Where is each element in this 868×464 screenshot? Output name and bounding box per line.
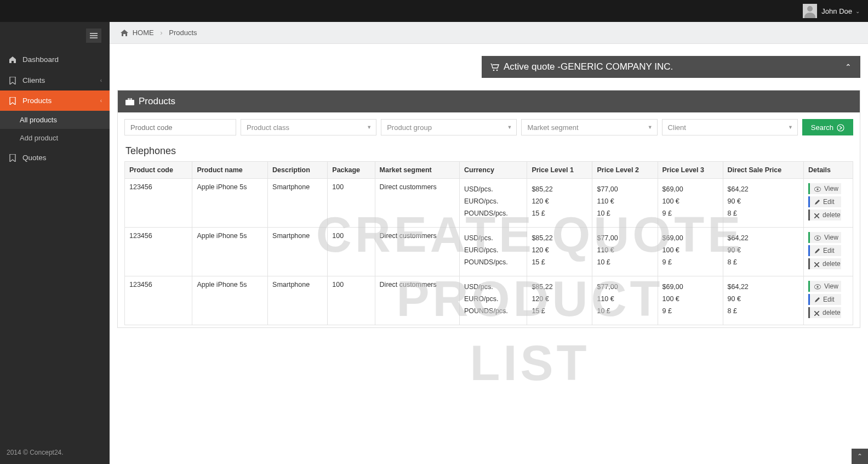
- arrow-right-circle-icon: [837, 123, 844, 132]
- sidebar-subitem-label: Add product: [20, 134, 58, 142]
- delete-button[interactable]: delete: [808, 307, 841, 318]
- product-class-select[interactable]: Product class ▼: [241, 119, 376, 135]
- cell-package: 100: [328, 276, 375, 325]
- product-code-input[interactable]: [124, 119, 236, 135]
- cell-currency: USD/pcs.EURO/pcs.POUNDS/pcs.: [459, 276, 527, 325]
- dashboard-icon: [8, 55, 17, 64]
- view-button[interactable]: View: [808, 281, 841, 292]
- cell-pl2: $77,00110 €10 £: [592, 228, 658, 276]
- active-quote-prefix: Active quote -: [504, 61, 561, 72]
- edit-button[interactable]: Edit: [808, 196, 841, 207]
- cell-actions: ViewEditdelete: [804, 228, 853, 276]
- market-segment-select[interactable]: Market segment ▼: [521, 119, 657, 135]
- bookmark-icon: [8, 153, 17, 161]
- button-label: delete: [823, 260, 841, 268]
- cell-desc: Smartphone: [268, 276, 328, 325]
- select-placeholder: Market segment: [527, 123, 578, 132]
- col-pl2: Price Level 2: [592, 162, 658, 179]
- svg-point-13: [816, 286, 818, 288]
- col-currency: Currency: [459, 162, 527, 179]
- col-dsp: Direct Sale Price: [723, 162, 803, 179]
- eye-icon: [814, 283, 821, 290]
- home-icon: [121, 29, 130, 37]
- panel-body: Product class ▼ Product group ▼ Market s…: [118, 112, 860, 327]
- pencil-icon: [814, 199, 820, 205]
- cell-pl1: $85,22120 €15 £: [527, 276, 592, 325]
- svg-rect-6: [128, 98, 132, 100]
- sidebar-item-clients[interactable]: Clients ‹: [0, 70, 110, 90]
- svg-point-1: [807, 6, 813, 12]
- sidebar-item-products[interactable]: Products ‹: [0, 90, 110, 111]
- panel-header: Products: [118, 90, 860, 112]
- col-pl1: Price Level 1: [527, 162, 592, 179]
- col-desc: Description: [268, 162, 328, 179]
- select-placeholder: Product class: [247, 123, 289, 132]
- topbar: John Doe ⌄: [0, 0, 868, 22]
- button-label: delete: [823, 211, 841, 219]
- col-pl3: Price Level 3: [658, 162, 723, 179]
- close-icon: [814, 261, 819, 267]
- breadcrumb-home[interactable]: HOME: [133, 29, 154, 37]
- sidebar-item-dashboard[interactable]: Dashboard: [0, 49, 110, 70]
- col-name: Product name: [192, 162, 268, 179]
- cell-currency: USD/pcs.EURO/pcs.POUNDS/pcs.: [459, 228, 527, 276]
- cell-code: 123456: [125, 276, 192, 325]
- breadcrumb-current: Products: [169, 29, 197, 37]
- cell-segment: Direct custommers: [375, 276, 459, 325]
- table-row: 123456Apple iPhone 5sSmartphone100Direct…: [125, 179, 853, 228]
- edit-button[interactable]: Edit: [808, 245, 841, 256]
- view-button[interactable]: View: [808, 183, 841, 194]
- pencil-icon: [814, 247, 820, 254]
- dropdown-icon: ▼: [648, 125, 653, 130]
- sidebar-subitem-all-products[interactable]: All products: [0, 111, 110, 129]
- cell-desc: Smartphone: [268, 179, 328, 228]
- bookmark-icon: [8, 76, 17, 84]
- cell-actions: ViewEditdelete: [804, 276, 853, 325]
- delete-button[interactable]: delete: [808, 258, 841, 269]
- user-menu[interactable]: John Doe ⌄: [803, 4, 860, 18]
- sidebar-toggle-button[interactable]: [86, 29, 101, 43]
- dropdown-icon: ▼: [788, 125, 793, 130]
- scroll-top-button[interactable]: ⌃: [852, 449, 868, 464]
- cart-icon: [490, 61, 499, 72]
- cell-desc: Smartphone: [268, 228, 328, 276]
- button-label: Edit: [823, 296, 835, 303]
- cell-dsp: $64,2290 €8 £: [723, 276, 803, 325]
- cell-code: 123456: [125, 179, 192, 228]
- svg-point-4: [496, 69, 498, 71]
- table-header-row: Product code Product name Description Pa…: [125, 162, 853, 179]
- col-package: Package: [328, 162, 375, 179]
- sidebar-footer: 2014 © Concept24.: [0, 441, 110, 464]
- sidebar-item-label: Products: [22, 97, 52, 105]
- edit-button[interactable]: Edit: [808, 294, 841, 305]
- delete-button[interactable]: delete: [808, 210, 841, 220]
- select-placeholder: Product group: [387, 123, 432, 132]
- button-label: delete: [823, 309, 841, 316]
- cell-pl3: $69,00100 €9 £: [658, 179, 723, 228]
- svg-point-3: [493, 69, 495, 71]
- products-panel: Products Product class ▼ Product group ▼…: [117, 90, 860, 328]
- active-quote-bar[interactable]: Active quote - GENERIC COMPANY INC. ⌃: [482, 56, 860, 78]
- client-select[interactable]: Client ▼: [662, 119, 798, 135]
- sidebar-subitem-label: All products: [20, 116, 57, 124]
- table-row: 123456Apple iPhone 5sSmartphone100Direct…: [125, 228, 853, 276]
- sidebar-subitem-add-product[interactable]: Add product: [0, 129, 110, 147]
- search-button[interactable]: Search: [802, 119, 853, 135]
- eye-icon: [814, 234, 821, 241]
- main: HOME › Products Active quote - GENERIC C…: [110, 22, 868, 464]
- select-placeholder: Client: [668, 123, 686, 132]
- avatar: [803, 4, 817, 18]
- sidebar-item-quotes[interactable]: Quotes: [0, 147, 110, 167]
- dropdown-icon: ▼: [507, 125, 512, 130]
- cell-dsp: $64,2290 €8 £: [723, 179, 803, 228]
- sidebar-item-label: Dashboard: [22, 55, 59, 64]
- button-label: Edit: [823, 198, 835, 206]
- cell-dsp: $64,2290 €8 £: [723, 228, 803, 276]
- cell-package: 100: [328, 179, 375, 228]
- bookmark-icon: [8, 97, 17, 105]
- product-group-select[interactable]: Product group ▼: [381, 119, 517, 135]
- search-button-label: Search: [811, 123, 833, 132]
- col-details: Details: [804, 162, 853, 179]
- view-button[interactable]: View: [808, 232, 841, 243]
- user-name: John Doe: [821, 7, 852, 15]
